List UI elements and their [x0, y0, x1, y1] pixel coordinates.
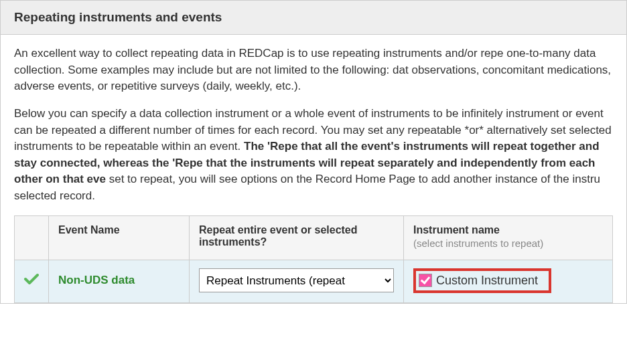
event-link[interactable]: Non-UDS data: [58, 274, 135, 286]
panel-body: An excellent way to collect repeating da…: [1, 35, 626, 303]
column-header-repeat-mode: Repeat entire event or selected instrume…: [190, 215, 404, 260]
repeat-mode-select[interactable]: Repeat Instruments (repeat: [199, 268, 394, 292]
check-icon: [24, 273, 39, 288]
column-header-instrument-name: Instrument name (select instruments to r…: [404, 215, 613, 260]
instrument-checkbox[interactable]: [419, 274, 432, 287]
repeating-instruments-panel: Repeating instruments and events An exce…: [0, 0, 627, 304]
table-row: Non-UDS data Repeat Instruments (repeat …: [15, 260, 613, 302]
panel-title: Repeating instruments and events: [1, 1, 626, 35]
row-check-cell: [15, 260, 49, 302]
instrument-cell: Custom Instrument: [404, 260, 613, 302]
instrument-highlight-box: Custom Instrument: [413, 268, 551, 293]
description-paragraph-2: Below you can specify a data collection …: [14, 106, 613, 205]
repeat-mode-cell: Repeat Instruments (repeat: [190, 260, 404, 302]
instrument-name-header-text: Instrument name: [413, 224, 500, 236]
instrument-label: Custom Instrument: [436, 274, 538, 288]
description-paragraph-1: An excellent way to collect repeating da…: [14, 46, 613, 95]
column-header-event-name: Event Name: [49, 215, 190, 260]
column-header-checkmark: [15, 215, 49, 260]
repeating-table: Event Name Repeat entire event or select…: [14, 215, 613, 303]
instrument-name-subheader: (select instruments to repeat): [413, 238, 603, 249]
event-name-cell: Non-UDS data: [49, 260, 190, 302]
